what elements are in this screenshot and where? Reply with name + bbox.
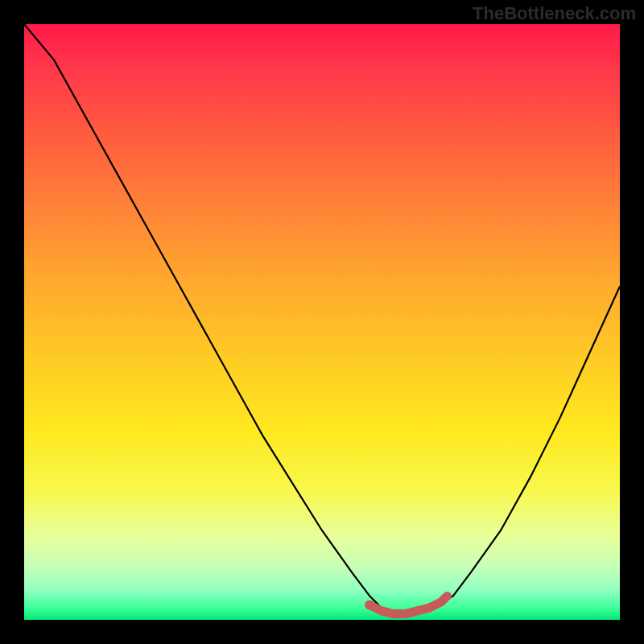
watermark-text: TheBottleneck.com bbox=[473, 3, 636, 24]
bottleneck-curve-line bbox=[24, 24, 620, 614]
chart-plot-area bbox=[24, 24, 620, 620]
chart-svg bbox=[24, 24, 620, 620]
highlight-start-dot bbox=[365, 601, 374, 610]
highlight-segment-line bbox=[369, 596, 447, 613]
